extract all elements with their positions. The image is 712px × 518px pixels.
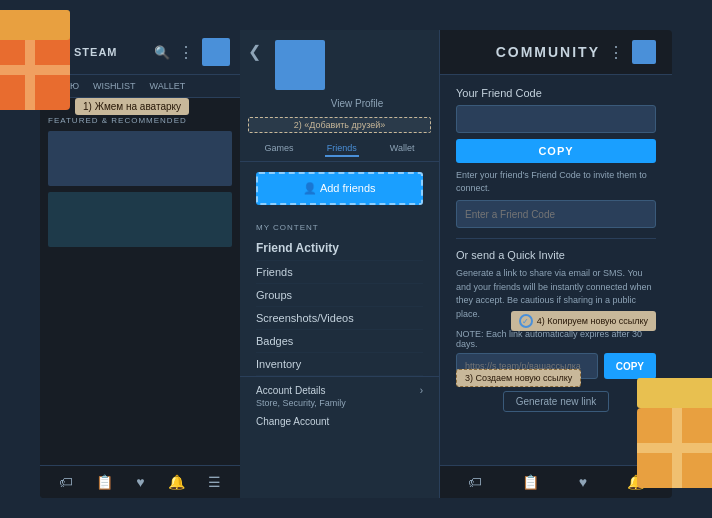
community-nav-tag-icon[interactable]: 🏷 <box>468 474 482 490</box>
account-section: Account Details › Store, Security, Famil… <box>240 376 439 437</box>
gift-left-box <box>0 30 70 110</box>
community-options-icon[interactable]: ⋮ <box>608 43 624 62</box>
enter-friend-code-input[interactable] <box>456 200 656 228</box>
community-nav-list-icon[interactable]: 📋 <box>522 474 539 490</box>
menu-item-friend-activity[interactable]: Friend Activity <box>256 236 423 261</box>
check-icon: ✓ <box>519 314 533 328</box>
steam-client-panel: ⚙ STEAM 🔍 ⋮ 1) Жмем на аватарку МЕНЮ WIS… <box>40 30 240 498</box>
tab-friends[interactable]: Friends <box>325 141 359 157</box>
community-header: COMMUNITY ⋮ <box>440 30 672 75</box>
steam-logo-text: STEAM <box>74 46 118 58</box>
community-content: Your Friend Code COPY Enter your friend'… <box>440 75 672 428</box>
bottom-nav-tag-icon[interactable]: 🏷 <box>59 474 73 490</box>
menu-item-inventory[interactable]: Inventory <box>256 353 423 376</box>
left-content: FEATURED & RECOMMENDED <box>40 98 240 261</box>
quick-invite-copy-button[interactable]: COPY <box>604 353 656 379</box>
generate-link-area: 3) Создаем новую ссылку Generate new lin… <box>456 387 656 416</box>
add-friends-button[interactable]: 👤 Add friends <box>256 172 423 205</box>
invite-description: Enter your friend's Friend Code to invit… <box>456 169 656 194</box>
featured-label: FEATURED & RECOMMENDED <box>48 116 232 125</box>
profile-tabs: Games Friends Wallet <box>240 137 439 162</box>
view-profile-button[interactable]: View Profile <box>240 98 439 117</box>
nav-wallet[interactable]: WALLET <box>146 79 190 93</box>
search-icon[interactable]: 🔍 <box>154 45 170 60</box>
community-nav-heart-icon[interactable]: ♥ <box>579 474 587 490</box>
change-account-label[interactable]: Change Account <box>256 416 423 427</box>
user-avatar[interactable] <box>202 38 230 66</box>
note-text: NOTE: Each link automatically expires af… <box>456 329 656 349</box>
annotation-copy-link: ✓ 4) Копируем новую ссылку <box>511 311 656 331</box>
gift-right-box <box>637 408 712 488</box>
annotation-add-friend: 2) «Добавить друзей» <box>248 117 431 133</box>
menu-item-friends[interactable]: Friends <box>256 261 423 284</box>
account-details-label[interactable]: Account Details › <box>256 385 423 396</box>
friend-code-label: Your Friend Code <box>456 87 656 99</box>
bottom-nav-list-icon[interactable]: 📋 <box>96 474 113 490</box>
menu-dots-icon[interactable]: ⋮ <box>178 43 194 62</box>
game-banner-1 <box>48 131 232 186</box>
menu-item-badges[interactable]: Badges <box>256 330 423 353</box>
steam-bottom-nav: 🏷 📋 ♥ 🔔 ☰ <box>40 465 240 498</box>
annotation-generate-link: 3) Создаем новую ссылку <box>456 369 581 387</box>
steam-header-icons: 🔍 ⋮ <box>154 38 230 66</box>
account-arrow-icon: › <box>420 385 423 396</box>
community-user-avatar[interactable] <box>632 40 656 64</box>
nav-wishlist[interactable]: WISHLIST <box>89 79 140 93</box>
quick-invite-section: Or send a Quick Invite Generate a link t… <box>456 249 656 416</box>
back-arrow-icon[interactable]: ❮ <box>248 42 261 61</box>
profile-dropdown-panel: ❮ View Profile 2) «Добавить друзей» Game… <box>240 30 440 498</box>
profile-menu-list: Friend Activity Friends Groups Screensho… <box>240 236 439 376</box>
my-content-label: MY CONTENT <box>240 215 439 236</box>
bottom-nav-menu-icon[interactable]: ☰ <box>208 474 221 490</box>
game-banner-2 <box>48 192 232 247</box>
bottom-nav-bell-icon[interactable]: 🔔 <box>168 474 185 490</box>
steam-header: ⚙ STEAM 🔍 ⋮ <box>40 30 240 75</box>
menu-item-groups[interactable]: Groups <box>256 284 423 307</box>
nav-bar: МЕНЮ WISHLIST WALLET <box>40 75 240 98</box>
section-divider <box>456 238 656 239</box>
annotation-click-avatar: 1) Жмем на аватарку <box>75 98 189 115</box>
tab-games[interactable]: Games <box>263 141 296 157</box>
bottom-nav-heart-icon[interactable]: ♥ <box>136 474 144 490</box>
account-sub-label: Store, Security, Family <box>256 398 423 408</box>
main-container: ⚙ STEAM 🔍 ⋮ 1) Жмем на аватарку МЕНЮ WIS… <box>40 30 672 498</box>
generate-new-link-button[interactable]: Generate new link <box>503 391 610 412</box>
quick-invite-title: Or send a Quick Invite <box>456 249 656 261</box>
community-title: COMMUNITY <box>496 44 600 60</box>
friend-code-copy-button[interactable]: COPY <box>456 139 656 163</box>
menu-item-screenshots[interactable]: Screenshots/Videos <box>256 307 423 330</box>
friend-code-input[interactable] <box>456 105 656 133</box>
friend-code-section: Your Friend Code COPY Enter your friend'… <box>456 87 656 228</box>
gift-left-lid <box>0 10 70 40</box>
tab-wallet[interactable]: Wallet <box>388 141 417 157</box>
gift-right-lid <box>637 378 712 408</box>
profile-avatar <box>275 40 325 90</box>
